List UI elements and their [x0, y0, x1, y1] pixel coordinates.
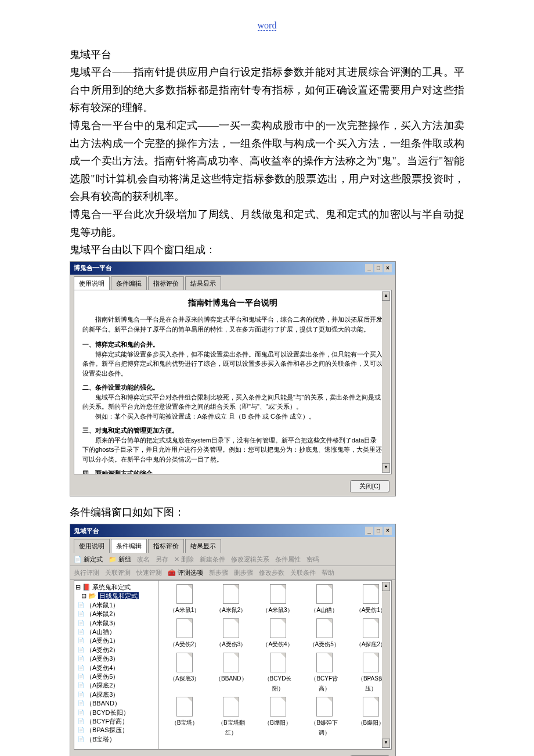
- file-item[interactable]: （A受伤4）: [261, 618, 294, 649]
- file-item[interactable]: （BCYF背高）: [308, 653, 341, 693]
- file-item[interactable]: （A受伤5）: [308, 618, 341, 649]
- scrollbar[interactable]: ▲ ▼: [382, 291, 390, 473]
- scroll-down-icon[interactable]: ▼: [382, 463, 390, 473]
- file-icon: [223, 697, 239, 717]
- minimize-icon[interactable]: _: [365, 264, 373, 272]
- tree-item[interactable]: （BCYF背高）: [75, 717, 157, 726]
- btn-new-group[interactable]: 📁 新组: [109, 554, 131, 565]
- file-icon: [316, 584, 333, 604]
- file-item[interactable]: （A山猫）: [308, 584, 341, 615]
- file-item[interactable]: （B宝塔）: [168, 697, 201, 737]
- tab-instructions[interactable]: 使用说明: [74, 276, 110, 290]
- file-item[interactable]: （B宝塔翻红）: [214, 697, 248, 737]
- file-item[interactable]: （A米鼠3）: [261, 584, 294, 615]
- maximize-icon[interactable]: □: [374, 264, 383, 272]
- file-icon: [176, 584, 193, 604]
- file-icon: [176, 618, 193, 638]
- tree-item[interactable]: （BCYD长阳）: [75, 708, 157, 717]
- section-2: 二、条件设置功能的强化。鬼域平台和博弈定式平台对条件组合限制比较死，买入条件之间…: [82, 383, 383, 421]
- close-button[interactable]: 关闭[C]: [350, 480, 389, 492]
- tree-group[interactable]: ⊟ 📂 日线鬼和定式: [75, 592, 157, 600]
- file-icon: [363, 697, 379, 717]
- file-label: （A山猫）: [308, 605, 341, 615]
- tree-item[interactable]: （B宝塔）: [75, 735, 157, 744]
- btn-save-as[interactable]: 另存: [156, 554, 168, 565]
- tab-instructions[interactable]: 使用说明: [74, 539, 110, 553]
- tree-item[interactable]: （A受伤4）: [75, 664, 157, 672]
- tree-item[interactable]: （A受伤5）: [75, 672, 157, 681]
- btn-link-cond[interactable]: 关联条件: [290, 567, 316, 578]
- scroll-up-icon[interactable]: ▲: [382, 582, 390, 591]
- window-instructions: 博鬼合一平台 _ □ × 使用说明 条件编辑 指标评价 结果显示 指南针博鬼合一…: [70, 261, 396, 497]
- file-item[interactable]: （A米鼠1）: [168, 584, 201, 615]
- file-label: （A米鼠3）: [261, 605, 294, 615]
- file-item[interactable]: （A受伤2）: [168, 618, 201, 649]
- btn-help[interactable]: 帮助: [322, 567, 334, 578]
- scrollbar-2[interactable]: ▲ ▼: [382, 582, 390, 748]
- scroll-up-icon[interactable]: ▲: [382, 291, 390, 301]
- btn-condition-props[interactable]: 条件属性: [275, 554, 301, 565]
- close-bar: 关闭[C]: [70, 478, 395, 496]
- btn-new-condition[interactable]: 新建条件: [200, 554, 225, 565]
- btn-new-step[interactable]: 新步骤: [209, 567, 228, 578]
- file-item[interactable]: （BCYD长阳）: [261, 653, 294, 693]
- tab-condition-edit[interactable]: 条件编辑: [111, 539, 147, 553]
- tabstrip-2: 使用说明 条件编辑 指标评价 结果显示: [70, 537, 395, 553]
- btn-quick-eval[interactable]: 快速评测: [136, 567, 162, 578]
- file-item[interactable]: （B爆弹下调）: [308, 697, 341, 737]
- file-icon: [270, 584, 286, 604]
- minimize-icon[interactable]: _: [365, 527, 373, 535]
- btn-password[interactable]: 密码: [306, 554, 319, 565]
- close-icon[interactable]: ×: [384, 527, 392, 535]
- tree-item[interactable]: （A米鼠2）: [75, 610, 157, 618]
- tree-item[interactable]: （A受伤2）: [75, 646, 157, 654]
- btn-link-eval[interactable]: 关联评测: [105, 567, 131, 578]
- tree-item[interactable]: （A米鼠3）: [75, 619, 157, 628]
- file-label: （A探底3）: [168, 674, 201, 683]
- tree-pane[interactable]: ⊟ 📕 系统鬼和定式 ⊟ 📂 日线鬼和定式 （A米鼠1）（A米鼠2）（A米鼠3）…: [74, 581, 158, 749]
- file-label: （B绷阳）: [261, 718, 294, 728]
- close-icon[interactable]: ×: [384, 264, 392, 272]
- file-label: （A受伤4）: [261, 639, 294, 649]
- file-label: （A受伤5）: [308, 639, 341, 649]
- btn-mod-step[interactable]: 修改步数: [259, 567, 284, 578]
- btn-delete[interactable]: ✕ 删除: [174, 554, 194, 565]
- tree-item[interactable]: （A受伤3）: [75, 654, 157, 663]
- para-6: 条件编辑窗口如如下图：: [70, 503, 464, 521]
- tree-item[interactable]: （A米鼠1）: [75, 601, 157, 610]
- window-buttons: _ □ ×: [365, 264, 392, 272]
- tab-condition-edit[interactable]: 条件编辑: [111, 276, 147, 290]
- tab-indicator-eval[interactable]: 指标评价: [148, 276, 184, 290]
- tree-item[interactable]: （BBAND）: [75, 699, 157, 708]
- btn-rename[interactable]: 改名: [137, 554, 150, 565]
- tab-result-display[interactable]: 结果显示: [185, 539, 221, 553]
- titlebar: 博鬼合一平台 _ □ ×: [70, 262, 395, 275]
- tree-item[interactable]: （A山猫）: [75, 628, 157, 636]
- file-item[interactable]: （BBAND）: [214, 653, 248, 693]
- btn-run-eval[interactable]: 执行评测: [74, 567, 99, 578]
- btn-del-step[interactable]: 删步骤: [234, 567, 253, 578]
- file-item[interactable]: （A探底3）: [168, 653, 201, 693]
- tabstrip: 使用说明 条件编辑 指标评价 结果显示: [70, 275, 395, 290]
- tree-item[interactable]: （BPAS探压）: [75, 726, 157, 735]
- tab-result-display[interactable]: 结果显示: [185, 276, 221, 290]
- file-item[interactable]: （B绷阳）: [261, 697, 294, 737]
- file-icon: [363, 584, 379, 604]
- file-icon: [223, 618, 239, 638]
- tree-item[interactable]: （A探底3）: [75, 690, 157, 699]
- scroll-down-icon[interactable]: ▼: [382, 739, 390, 748]
- file-icon: [223, 584, 239, 604]
- tree-item[interactable]: （A受伤1）: [75, 636, 157, 645]
- tree-item[interactable]: （A探底2）: [75, 681, 157, 690]
- btn-new-formula[interactable]: 📄 新定式: [74, 554, 103, 565]
- header-link: word: [70, 16, 464, 34]
- tab-indicator-eval[interactable]: 指标评价: [148, 539, 184, 553]
- para-4: 博鬼合一平台此次升级增加了周线、月线做鬼和定式、鬼和定式的加密以与半自动捉鬼等功…: [70, 206, 464, 241]
- file-icon: [223, 653, 239, 672]
- btn-eval-options[interactable]: 🧰 评测选项: [168, 567, 203, 578]
- file-item[interactable]: （A受伤3）: [214, 618, 248, 649]
- file-item[interactable]: （A米鼠2）: [214, 584, 248, 615]
- tree-root[interactable]: ⊟ 📕 系统鬼和定式: [75, 583, 157, 592]
- btn-modify-logic[interactable]: 修改逻辑关系: [231, 554, 269, 565]
- maximize-icon[interactable]: □: [374, 527, 383, 535]
